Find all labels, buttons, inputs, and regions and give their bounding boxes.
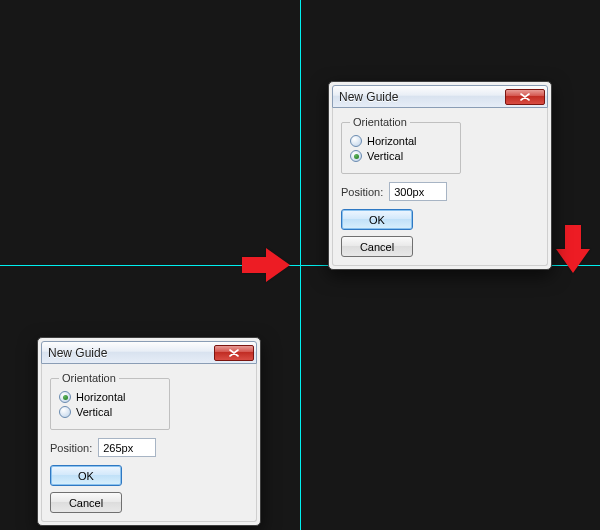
radio-icon — [350, 150, 362, 162]
position-row: Position: — [50, 438, 170, 457]
close-button[interactable] — [505, 89, 545, 105]
cancel-button[interactable]: Cancel — [50, 492, 122, 513]
radio-horizontal[interactable]: Horizontal — [59, 391, 161, 403]
radio-label: Vertical — [76, 406, 112, 418]
radio-vertical[interactable]: Vertical — [350, 150, 452, 162]
radio-icon — [350, 135, 362, 147]
radio-label: Vertical — [367, 150, 403, 162]
position-label: Position: — [50, 442, 92, 454]
orientation-group: Orientation Horizontal Vertical — [341, 116, 461, 174]
titlebar[interactable]: New Guide — [41, 341, 257, 364]
position-input[interactable] — [98, 438, 156, 457]
orientation-group: Orientation Horizontal Vertical — [50, 372, 170, 430]
dialog-body: Orientation Horizontal Vertical Position… — [332, 108, 548, 266]
radio-label: Horizontal — [367, 135, 417, 147]
close-button[interactable] — [214, 345, 254, 361]
new-guide-dialog-vertical[interactable]: New Guide Orientation Horizontal Vertica… — [328, 81, 552, 270]
radio-icon — [59, 406, 71, 418]
ok-button[interactable]: OK — [341, 209, 413, 230]
orientation-legend: Orientation — [59, 372, 119, 384]
ok-button[interactable]: OK — [50, 465, 122, 486]
dialog-body: Orientation Horizontal Vertical Position… — [41, 364, 257, 522]
close-icon — [520, 93, 530, 101]
arrow-down-icon — [556, 225, 590, 273]
dialog-title: New Guide — [48, 346, 214, 360]
position-label: Position: — [341, 186, 383, 198]
new-guide-dialog-horizontal[interactable]: New Guide Orientation Horizontal Vertica… — [37, 337, 261, 526]
arrow-right-icon — [242, 248, 290, 282]
radio-vertical[interactable]: Vertical — [59, 406, 161, 418]
radio-label: Horizontal — [76, 391, 126, 403]
svg-marker-1 — [556, 225, 590, 273]
radio-icon — [59, 391, 71, 403]
svg-marker-0 — [242, 248, 290, 282]
dialog-title: New Guide — [339, 90, 505, 104]
orientation-legend: Orientation — [350, 116, 410, 128]
titlebar[interactable]: New Guide — [332, 85, 548, 108]
close-icon — [229, 349, 239, 357]
position-input[interactable] — [389, 182, 447, 201]
position-row: Position: — [341, 182, 461, 201]
radio-horizontal[interactable]: Horizontal — [350, 135, 452, 147]
cancel-button[interactable]: Cancel — [341, 236, 413, 257]
